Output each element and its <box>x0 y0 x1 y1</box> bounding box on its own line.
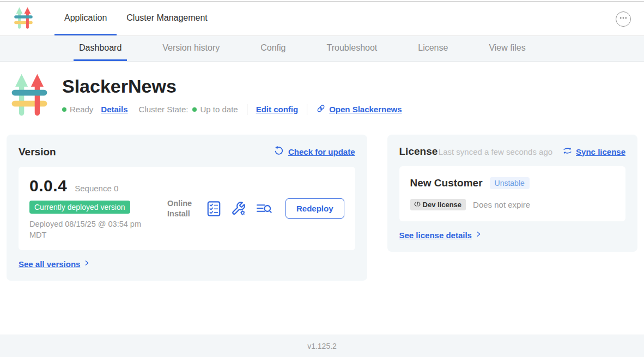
chevron-right-icon-2 <box>475 230 482 240</box>
subnav-tab-dashboard-label: Dashboard <box>79 43 121 53</box>
subnav-tab-config-label: Config <box>260 43 285 53</box>
chain-link-icon <box>316 104 326 115</box>
code-brackets-icon <box>414 201 421 209</box>
preflight-checklist-icon[interactable] <box>207 201 221 216</box>
version-panel-header: Version Check for update <box>19 146 355 158</box>
tab-cluster-management-label: Cluster Management <box>126 13 208 23</box>
version-panel: Version Check for update 0.0.4 Sequ <box>7 135 367 281</box>
chevron-right-icon <box>83 259 90 269</box>
subnav-tab-view-files[interactable]: View files <box>483 36 531 61</box>
sync-license-link[interactable]: Sync license <box>562 146 625 158</box>
deployed-status-badge: Currently deployed version <box>29 201 130 214</box>
page-title: SlackerNews <box>62 76 402 97</box>
dev-license-label: Dev license <box>423 201 462 209</box>
last-synced-text: Last synced a few seconds ago <box>439 147 552 156</box>
tab-application-label: Application <box>64 13 107 23</box>
sync-license-label: Sync license <box>576 147 625 156</box>
see-all-versions-label: See all versions <box>19 259 80 269</box>
license-summary-card: New Customer Unstable Dev license <box>399 166 625 221</box>
license-meta-row: Dev license Does not expire <box>410 199 615 210</box>
version-actions: Online Install <box>167 198 344 219</box>
subnav-tab-view-files-label: View files <box>489 43 525 53</box>
sequence-label: Sequence 0 <box>75 184 118 193</box>
see-license-details-label: See license details <box>399 231 472 240</box>
deployed-timestamp: Deployed 08/15/25 @ 03:54 pm MDT <box>29 219 147 240</box>
ellipsis-icon <box>619 14 628 25</box>
customer-name: New Customer <box>410 177 483 189</box>
console-footer: v1.125.2 <box>0 335 644 357</box>
see-all-versions-link[interactable]: See all versions <box>19 259 355 269</box>
sync-arrows-icon <box>562 146 573 158</box>
license-panel-header: License Last synced a few seconds ago <box>399 146 625 158</box>
tab-cluster-management[interactable]: Cluster Management <box>117 2 217 35</box>
check-for-update-link[interactable]: Check for update <box>274 146 355 158</box>
refresh-icon <box>274 146 284 158</box>
expiry-text: Does not expire <box>473 200 530 209</box>
dev-license-badge: Dev license <box>410 199 466 210</box>
subnav-tab-version-history[interactable]: Version history <box>157 36 225 61</box>
license-panel: License Last synced a few seconds ago <box>387 135 637 252</box>
subnav-tab-license-label: License <box>418 43 448 53</box>
version-number: 0.0.4 <box>29 177 67 195</box>
subnav-tab-license[interactable]: License <box>412 36 453 61</box>
status-divider-2 <box>307 104 307 115</box>
license-panel-title: License <box>399 146 438 158</box>
open-app-link-label: Open Slackernews <box>329 105 402 114</box>
app-header-text: SlackerNews Ready Details Cluster State:… <box>62 71 402 120</box>
install-type-label: Online Install <box>167 198 197 218</box>
edit-config-link[interactable]: Edit config <box>256 105 299 114</box>
subnav-tab-troubleshoot-label: Troubleshoot <box>326 43 377 53</box>
tab-application[interactable]: Application <box>54 2 117 35</box>
version-panel-title: Version <box>19 146 56 158</box>
app-subnav: Dashboard Version history Config Trouble… <box>0 36 644 62</box>
logs-magnifier-icon[interactable] <box>256 202 272 215</box>
check-for-update-label: Check for update <box>288 147 355 156</box>
subnav-tab-config[interactable]: Config <box>255 36 291 61</box>
redeploy-button[interactable]: Redeploy <box>285 198 344 219</box>
cluster-state-label: Cluster State: <box>139 105 189 114</box>
version-info: 0.0.4 Sequence 0 Currently deployed vers… <box>29 177 163 240</box>
ready-status-label: Ready <box>70 105 93 114</box>
main-content: SlackerNews Ready Details Cluster State:… <box>0 62 644 335</box>
details-link[interactable]: Details <box>101 105 127 114</box>
wrench-gear-icon[interactable] <box>231 201 246 216</box>
status-divider <box>247 104 247 115</box>
top-navbar: Application Cluster Management <box>0 2 644 36</box>
dashboard-cards: Version Check for update 0.0.4 Sequ <box>7 135 637 281</box>
subnav-tab-troubleshoot[interactable]: Troubleshoot <box>321 36 382 61</box>
current-version-card: 0.0.4 Sequence 0 Currently deployed vers… <box>19 167 355 250</box>
console-version: v1.125.2 <box>307 342 337 350</box>
app-logo-icon <box>10 71 49 120</box>
cluster-state-value: Up to date <box>200 105 238 114</box>
topnav-spacer <box>217 2 616 35</box>
overflow-menu-button[interactable] <box>616 11 631 27</box>
open-app-link[interactable]: Open Slackernews <box>316 104 402 115</box>
version-number-row: 0.0.4 Sequence 0 <box>29 177 163 195</box>
license-header-right: Last synced a few seconds ago Sync licen… <box>439 146 625 158</box>
app-status-row: Ready Details Cluster State: Up to date … <box>62 104 402 115</box>
see-license-details-link[interactable]: See license details <box>399 230 625 240</box>
subnav-tab-dashboard[interactable]: Dashboard <box>74 36 127 61</box>
brand-logo <box>13 6 34 32</box>
channel-badge: Unstable <box>490 177 530 189</box>
cluster-state-dot <box>192 107 197 112</box>
app-header: SlackerNews Ready Details Cluster State:… <box>10 71 644 120</box>
ready-status-dot <box>62 107 66 112</box>
subnav-tab-version-history-label: Version history <box>162 43 220 53</box>
topnav-tabs: Application Cluster Management <box>54 2 217 35</box>
slackernews-logo-icon <box>13 6 34 32</box>
license-name-row: New Customer Unstable <box>410 177 615 189</box>
